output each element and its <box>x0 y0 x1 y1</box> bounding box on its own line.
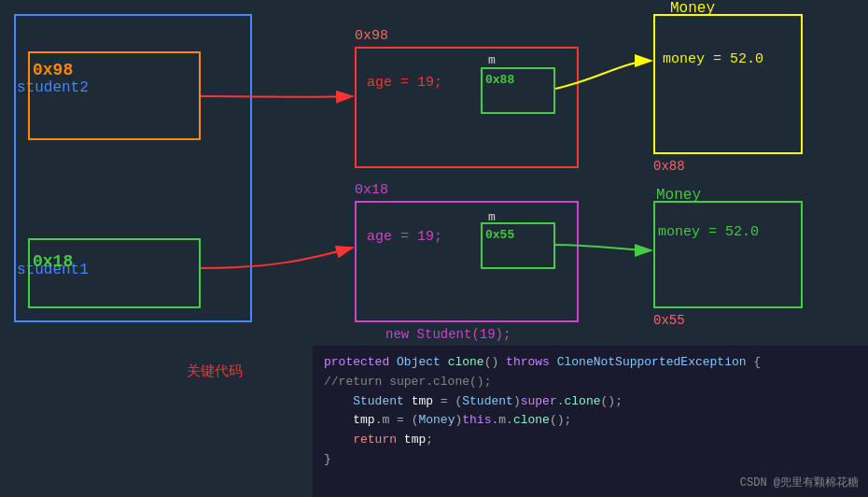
red-age-label: age = 19; <box>367 75 442 91</box>
diagram-area: student2 0x98 student1 0x18 0x98 age = 1… <box>0 0 868 355</box>
red-m-addr: 0x88 <box>485 73 514 87</box>
key-code-label: 关键代码 <box>187 362 243 380</box>
yellow-money-box <box>653 14 803 154</box>
purple-m-addr: 0x55 <box>485 228 514 242</box>
purple-addr-label: 0x18 <box>355 182 388 198</box>
code-line-1: protected Object clone() throws CloneNot… <box>324 353 857 373</box>
purple-age-label: age = 19; <box>367 229 442 245</box>
green-box-left <box>28 238 201 308</box>
red-m-field-label: m <box>488 53 496 67</box>
new-student-label: new Student(19); <box>385 327 511 342</box>
code-line-4: tmp.m = (Money)this.m.clone(); <box>324 411 857 431</box>
orange-addr: 0x98 <box>33 61 73 79</box>
watermark: CSDN @兜里有颗棉花糖 <box>740 475 859 492</box>
code-line-2: //return super.clone(); <box>324 373 857 392</box>
code-line-6: } <box>324 450 857 470</box>
code-line-3: Student tmp = (Student)super.clone(); <box>324 392 857 412</box>
green-money-content: money = 52.0 <box>658 224 759 240</box>
green-money-addr: 0x55 <box>653 313 685 328</box>
code-line-5: return tmp; <box>324 431 857 450</box>
code-block: protected Object clone() throws CloneNot… <box>313 346 868 497</box>
yellow-money-content: money = 52.0 <box>663 51 763 67</box>
green-left-addr: 0x18 <box>33 252 73 271</box>
green-money-box <box>653 201 803 308</box>
yellow-money-addr: 0x88 <box>653 159 685 174</box>
red-addr-label: 0x98 <box>355 28 388 44</box>
